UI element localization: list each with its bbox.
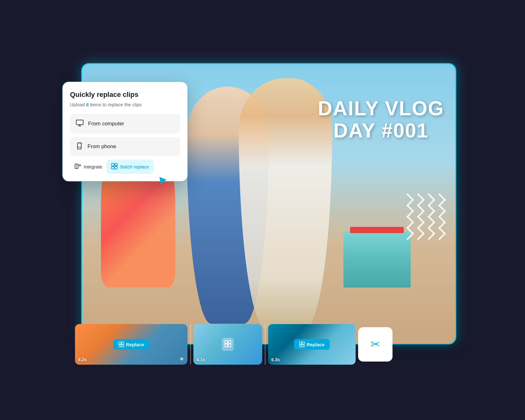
vw-bus (343, 232, 411, 288)
chevrons-decoration (403, 195, 444, 238)
scissors-icon: ✂ (371, 338, 380, 351)
clip-1-replace-btn[interactable]: Replace (113, 339, 149, 350)
clip-2-replace-icon[interactable] (222, 338, 234, 351)
replace-clips-popup: Quickly replace clips Upload 6 items to … (62, 82, 188, 181)
clip-separator-2 (265, 324, 266, 365)
batch-replace-label: Batch replace (120, 164, 149, 169)
clip-1-eye-icon[interactable]: 👁 (179, 357, 184, 362)
integrate-icon (74, 163, 81, 171)
clip-3-duration: 6.3s (271, 357, 280, 362)
svg-rect-19 (299, 342, 302, 344)
integrate-option[interactable]: Integrate (70, 160, 107, 174)
svg-rect-15 (225, 341, 228, 343)
app-container: DAILY VLOG DAY #001 Quickly replace clip… (44, 38, 481, 382)
svg-rect-14 (122, 345, 124, 347)
from-phone-option[interactable]: From phone (70, 137, 180, 156)
popup-title: Quickly replace clips (70, 91, 180, 99)
clip-3-replace-btn[interactable]: Replace (294, 339, 330, 350)
monitor-icon (76, 119, 84, 128)
clip-2-duration: 4.1s (197, 357, 205, 362)
svg-rect-17 (225, 344, 228, 347)
svg-rect-9 (112, 167, 114, 169)
scissors-clip[interactable]: ✂ (358, 327, 392, 362)
clip-1: 8.2s Replace 👁 (75, 324, 188, 365)
clip-separator-1 (190, 324, 191, 365)
batch-replace-option[interactable]: Batch replace (107, 160, 153, 174)
clip-2: 4.1s (193, 324, 262, 365)
bottom-options-row: Integrate Batch replace (70, 160, 180, 174)
svg-rect-18 (228, 344, 231, 347)
from-phone-label: From phone (88, 143, 116, 150)
svg-rect-7 (112, 163, 114, 166)
phone-icon (76, 142, 83, 151)
batch-replace-icon (111, 163, 118, 171)
svg-rect-12 (122, 342, 124, 344)
svg-rect-3 (78, 143, 81, 149)
from-computer-label: From computer (88, 121, 124, 127)
svg-rect-10 (115, 167, 117, 169)
svg-rect-20 (302, 342, 304, 344)
svg-rect-13 (119, 345, 121, 347)
clip-3: 6.3s Replace (268, 324, 356, 365)
from-computer-option[interactable]: From computer (70, 114, 180, 133)
svg-rect-16 (228, 341, 231, 343)
svg-rect-22 (302, 345, 304, 347)
svg-rect-11 (119, 342, 121, 344)
svg-rect-21 (299, 345, 302, 347)
video-title-overlay: DAILY VLOG DAY #001 (318, 98, 444, 142)
clip-1-duration: 8.2s (78, 357, 87, 362)
popup-subtitle: Upload 6 items to replace the clips (70, 101, 180, 108)
timeline-strip: 8.2s Replace 👁 4.1s (75, 324, 462, 365)
svg-rect-0 (76, 120, 83, 125)
integrate-label: Integrate (84, 164, 102, 169)
